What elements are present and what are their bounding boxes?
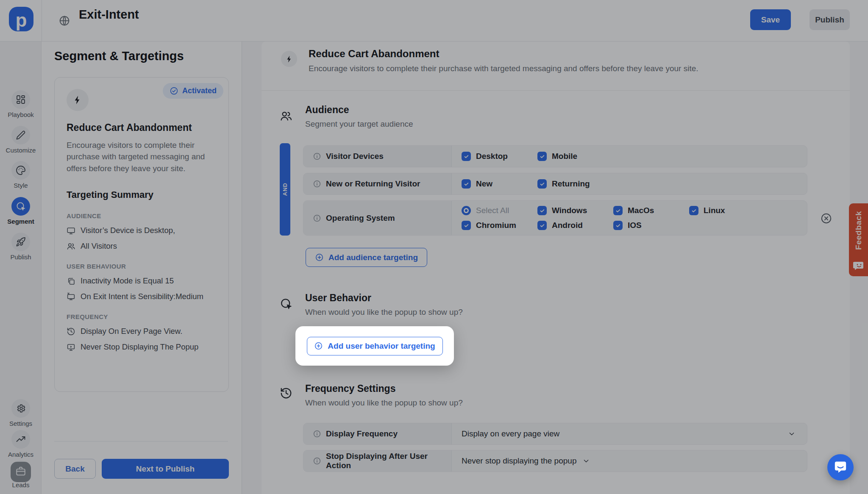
tour-spotlight: Add user behavior targeting <box>295 326 454 366</box>
chat-launcher[interactable] <box>827 454 854 480</box>
dim-overlay <box>0 0 868 494</box>
add-user-behavior-targeting-button[interactable]: Add user behavior targeting <box>307 337 443 355</box>
add-user-behavior-targeting-label: Add user behavior targeting <box>328 341 435 351</box>
plus-circle-icon <box>314 341 323 350</box>
chat-bubble-icon <box>833 460 848 475</box>
app-root: p Exit-Intent Save Publish Playbook Cust… <box>0 0 868 494</box>
